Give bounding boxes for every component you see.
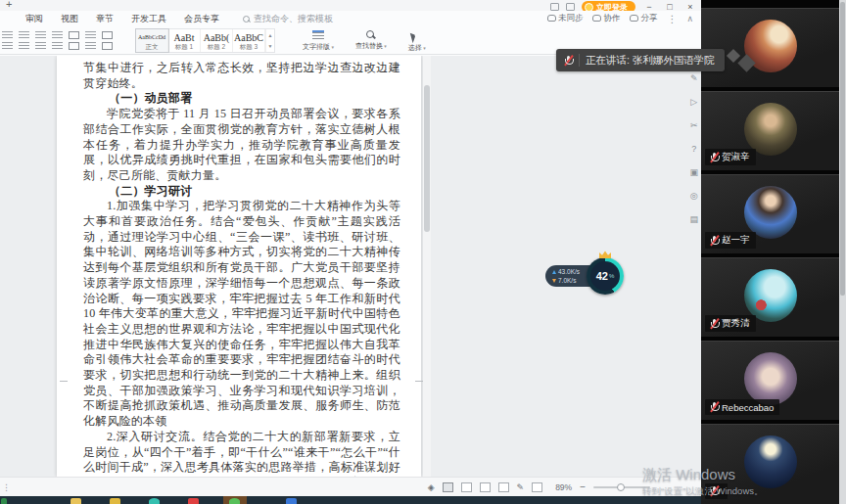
- style-normal[interactable]: AaBbCcDd 正文: [136, 29, 168, 52]
- line-spacing-icon[interactable]: [69, 42, 79, 50]
- collapse-ribbon-icon[interactable]: ∧: [686, 14, 693, 23]
- taskbar-icon-folder[interactable]: [70, 498, 81, 504]
- page-margin-mark: [60, 381, 68, 382]
- show-marks-icon[interactable]: [102, 31, 113, 39]
- style-heading3[interactable]: AaBbC 标题 3: [233, 29, 265, 52]
- shading-icon[interactable]: [85, 42, 96, 50]
- justify-icon[interactable]: [52, 42, 63, 50]
- image-icon[interactable]: ▣: [689, 167, 698, 177]
- fullscreen-view-button[interactable]: [461, 482, 472, 492]
- numbered-list-icon[interactable]: [19, 31, 29, 39]
- select-tool[interactable]: 选择: [408, 29, 426, 53]
- select-arrow-icon[interactable]: ▷: [690, 97, 697, 107]
- zoom-out-button[interactable]: −: [580, 481, 586, 492]
- crown-icon: [599, 251, 611, 258]
- participant-tile[interactable]: 贾秀清: [701, 257, 839, 337]
- screen: + 立即登录 − □ × 审阅 视图 章节 开发工具 会员专享 查找命令、搜索模: [0, 0, 846, 504]
- edit-pen-icon[interactable]: ✎: [690, 73, 698, 83]
- document-scrollbar[interactable]: [423, 56, 431, 477]
- share-button[interactable]: 分享: [630, 13, 657, 24]
- sync-status-button[interactable]: 未同步: [547, 13, 584, 24]
- taskbar-icon[interactable]: [149, 498, 160, 504]
- participant-tile[interactable]: 赵一宇: [701, 174, 839, 253]
- new-tab-button[interactable]: +: [6, 0, 12, 10]
- share-icon: [630, 15, 638, 22]
- taskbar-icon[interactable]: [286, 498, 297, 504]
- scrollbar-thumb[interactable]: [424, 85, 430, 232]
- taskbar-active-app[interactable]: [223, 496, 247, 504]
- align-right-icon[interactable]: [35, 42, 46, 50]
- ribbon-tools: 文字排版 查找替换 选择: [303, 29, 426, 53]
- participant-tile[interactable]: 贺淑辛: [701, 91, 839, 170]
- boost-percent: 42: [596, 270, 608, 282]
- text-layout-icon: [312, 30, 324, 41]
- page-margin-mark: [415, 381, 423, 382]
- menu-tab-view[interactable]: 视图: [61, 13, 78, 25]
- align-center-icon[interactable]: [19, 42, 29, 50]
- split-view-icon[interactable]: [566, 3, 575, 11]
- ink-icon[interactable]: ✎: [517, 482, 525, 492]
- doc-assistant-icon[interactable]: ◈: [428, 482, 435, 492]
- collaborate-button[interactable]: 协作: [592, 13, 620, 24]
- clear-format-icon[interactable]: [69, 31, 79, 39]
- command-search[interactable]: 查找命令、搜索模板: [243, 13, 333, 25]
- web-view-button[interactable]: [498, 482, 509, 492]
- wps-window: + 立即登录 − □ × 审阅 视图 章节 开发工具 会员专享 查找命令、搜索模: [0, 0, 701, 496]
- cut-icon[interactable]: ✂: [690, 120, 698, 130]
- taskbar-icon[interactable]: [188, 498, 199, 504]
- print-layout-view-button[interactable]: [443, 482, 453, 492]
- help-icon[interactable]: ?: [691, 144, 696, 154]
- zoom-slider[interactable]: [593, 486, 650, 488]
- border-icon[interactable]: [102, 42, 113, 50]
- net-speed-widget[interactable]: 43.0K/s 7.0K/s 42%: [545, 256, 624, 300]
- bullet-list-icon[interactable]: [2, 31, 13, 39]
- find-replace-icon: [365, 29, 377, 40]
- gallery-down-icon[interactable]: ▼: [268, 43, 273, 49]
- participant-tile[interactable]: Rebeccabao: [701, 341, 839, 420]
- meeting-panel: 贺淑辛 赵一宇 贾秀清 Rebeccabao: [701, 0, 846, 504]
- side-toolbar: ✎ ▷ ✂ ? ▣ ◎ ▤: [689, 73, 698, 224]
- boost-gauge[interactable]: 42%: [587, 257, 624, 295]
- paragraph: 1.加强集中学习，把学习贯彻党的二十大精神作为头等大事和首要政治任务。结合“爱包…: [83, 199, 400, 430]
- taskbar-icon[interactable]: [1, 498, 7, 504]
- interface-switch-icon[interactable]: [550, 3, 559, 11]
- collaborate-icon: [592, 15, 601, 22]
- participants-scrollbar[interactable]: [839, 0, 846, 504]
- style-gallery-scroll[interactable]: ▲ ▼: [265, 29, 274, 52]
- menu-tab-member[interactable]: 会员专享: [184, 13, 219, 25]
- paragraph: 2.深入研讨交流。结合党的二十大的新部署新要求，立足岗位，从“四个干”着手，即“…: [83, 430, 400, 477]
- status-bar: ⋮ ◈ ✎ 89% −: [0, 477, 701, 496]
- style-heading2[interactable]: AaBb( 标题 2: [201, 29, 233, 52]
- find-replace-tool[interactable]: 查找替换: [355, 29, 387, 53]
- taskbar-icon[interactable]: [110, 498, 120, 504]
- fit-page-button[interactable]: [532, 482, 542, 492]
- align-left-icon[interactable]: [2, 42, 13, 50]
- sort-icon[interactable]: [85, 31, 96, 39]
- more-icon[interactable]: ⋮: [667, 14, 677, 24]
- mic-muted-icon: [709, 318, 719, 330]
- style-heading1[interactable]: AaBt 标题 1: [168, 29, 201, 52]
- participant-tile[interactable]: [701, 8, 839, 87]
- outline-view-button[interactable]: [480, 482, 491, 492]
- mic-muted-icon: [709, 235, 719, 247]
- decrease-indent-icon[interactable]: [35, 31, 46, 39]
- menu-tab-devtools[interactable]: 开发工具: [131, 13, 166, 25]
- participant-avatar: [744, 352, 797, 405]
- text-layout-tool[interactable]: 文字排版: [303, 29, 334, 53]
- document-page[interactable]: 节集中进行，之后转入常态长效，坚持把边学边查边改边建贯穿始终。 （一）动员部署 …: [57, 56, 421, 477]
- increase-indent-icon[interactable]: [52, 31, 63, 39]
- locate-icon[interactable]: ◎: [690, 191, 698, 201]
- menu-tab-review[interactable]: 审阅: [25, 13, 43, 25]
- read-mode-icon[interactable]: ▤: [689, 214, 698, 224]
- participant-avatar: [744, 103, 797, 156]
- menu-tab-section[interactable]: 章节: [96, 13, 114, 25]
- gallery-up-icon[interactable]: ▲: [268, 32, 273, 38]
- status-more-icon[interactable]: ⋮: [2, 482, 11, 492]
- divider: [579, 54, 580, 67]
- zoom-slider-knob[interactable]: [617, 483, 625, 491]
- taskbar-icon[interactable]: [229, 498, 240, 504]
- scrollbar-thumb[interactable]: [840, 2, 845, 296]
- participant-tile[interactable]: [701, 424, 839, 504]
- download-arrow-icon: [552, 279, 556, 283]
- document-workspace: 节集中进行，之后转入常态长效，坚持把边学边查边改边建贯穿始终。 （一）动员部署 …: [0, 56, 701, 477]
